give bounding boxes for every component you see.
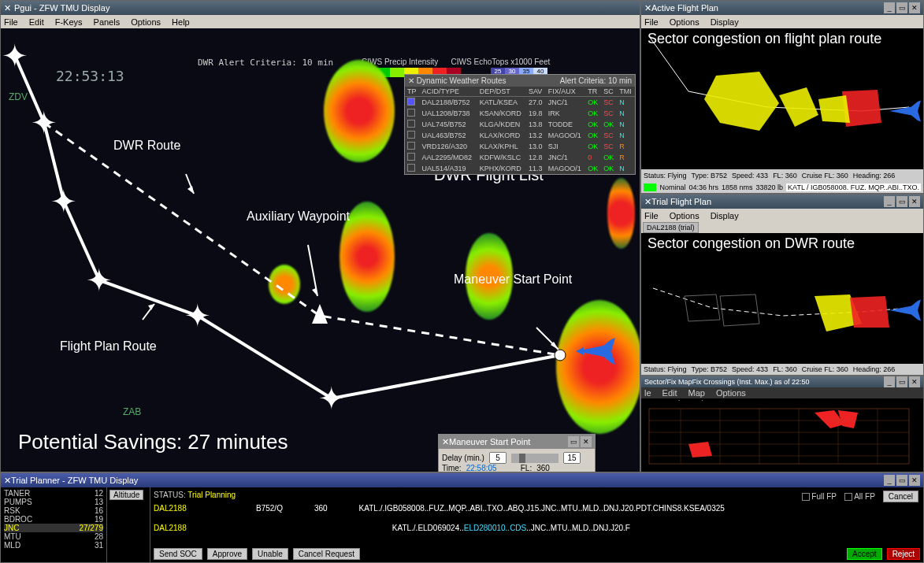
menu-options[interactable]: Options [670,17,699,27]
minimize-icon[interactable]: _ [884,475,895,486]
dwr-row[interactable]: DAL2188/B752KATL/KSEA27.0JNC/1OKSCN [405,97,635,109]
dwr-row[interactable]: UAL514/A319KPHX/KORD11.3MAGOO/1OKOKN [405,163,635,174]
close-icon[interactable]: ✕ [644,197,651,207]
cancel-button[interactable]: Cancel [883,491,918,502]
close-icon[interactable]: ✕ [909,196,920,207]
menu-options[interactable]: Options [716,388,746,398]
afp-overlay-label: Sector congestion on flight plan route [648,31,881,47]
fix-list[interactable]: TANER12PUMPS13RSK16BDROC19JNC27/279MTU28… [1,487,107,562]
menu-edit[interactable]: Edit [29,17,44,27]
menu-file[interactable]: File [644,17,659,27]
shade-icon[interactable]: ▭ [568,436,579,447]
delay-max-input[interactable] [563,452,581,464]
label-msp: Maneuver Start Point [454,272,572,287]
menu-panels[interactable]: Panels [94,17,121,27]
fix-row[interactable]: TANER12 [4,489,103,498]
close-icon[interactable]: ✕ [909,475,920,486]
tfp-map[interactable]: Sector congestion on DWR route [641,233,923,364]
svg-marker-19 [720,294,759,326]
fix-row[interactable]: MTU28 [4,532,103,541]
accept-button[interactable]: Accept [847,548,882,560]
fix-row[interactable]: PUMPS13 [4,498,103,506]
dwr-flight-list-panel[interactable]: ✕ Dynamic Weather Routes Alert Criteria:… [404,74,636,175]
dwr-row[interactable]: AAL2295/MD82KDFW/KSLC12.8JNC/10OKR [405,152,635,163]
menu-display[interactable]: Display [711,211,739,220]
fix-row[interactable]: RSK16 [4,506,103,515]
close-icon[interactable]: ✕ [4,3,11,13]
unable-button[interactable]: Unable [252,548,288,560]
svg-marker-5 [187,186,194,194]
menu-options[interactable]: Options [131,17,161,27]
minimize-icon[interactable]: _ [884,196,895,207]
close-icon[interactable]: ✕ [442,437,449,447]
maximize-icon[interactable]: ▭ [896,2,907,13]
maximize-icon[interactable]: ▭ [896,376,907,387]
approve-button[interactable]: Approve [207,548,247,560]
dwr-row[interactable]: UAL1208/B738KSAN/KORD19.8IRKOKSCN [405,108,635,119]
label-dwr-route: DWR Route [113,139,180,153]
menu-options[interactable]: Options [670,211,699,220]
menu-file[interactable]: File [644,211,659,220]
menu-file[interactable]: File [4,17,18,27]
menu-map[interactable]: Map [688,388,705,398]
tfp-titlebar: ✕ Trial Flight Plan _ ▭ ✕ [641,194,923,209]
altitude-button[interactable]: Altitude [109,490,143,500]
fp-options: Full FP All FP Cancel [802,491,919,502]
svg-marker-12 [779,87,818,127]
route2-hl: ELD280010..CDS [464,524,527,532]
afp-status-row2: Nominal 04:36 hrs 1858 nms 33820 lb KATL… [641,182,923,193]
maximize-icon[interactable]: ▭ [896,475,907,486]
afp-map[interactable]: Sector congestion on flight plan route [641,28,923,168]
tfp-menubar: File Options Display [641,209,923,222]
active-flight-plan-window: ✕ Active Flight Plan _ ▭ ✕ File Options … [640,0,924,194]
send-soc-button[interactable]: Send SOC [154,548,202,560]
maneuver-start-point-dialog[interactable]: ✕ Maneuver Start Point ▭ ✕ Delay (min.) … [438,434,596,472]
menu-fkeys[interactable]: F-Keys [55,17,83,27]
status-value: Trial Planning [187,491,236,499]
fix-row[interactable]: BDROC19 [4,515,103,524]
close-icon[interactable]: ✕ [4,476,11,486]
svg-marker-10 [576,338,615,365]
menu-display[interactable]: Display [711,17,739,27]
sx-menubar: le Edit Map Options [641,387,923,398]
svg-marker-7 [312,288,317,296]
afp-titlebar: ✕ Active Flight Plan _ ▭ ✕ [641,1,923,15]
svg-line-4 [186,174,194,194]
dwr-row[interactable]: UAL463/B752KLAX/KORD13.2MAGOO/1OKSCN [405,130,635,141]
sector-label-zab: ZAB [123,406,141,417]
minimize-icon[interactable]: _ [884,2,895,13]
menu-le[interactable]: le [644,388,651,398]
close-icon[interactable]: ✕ [644,3,651,13]
all-fp-checkbox[interactable] [844,493,852,501]
delay-input[interactable] [489,452,507,464]
reject-button[interactable]: Reject [887,548,920,560]
sector-label-zdv: ZDV [9,91,28,102]
svg-line-8 [143,304,154,320]
full-fp-checkbox[interactable] [802,493,810,501]
close-icon[interactable]: ✕ [909,2,920,13]
close-icon[interactable]: ✕ [909,376,920,387]
afp-title: Active Flight Plan [651,3,882,13]
dwr-row[interactable]: VRD126/A320KLAX/KPHL13.0SJIOKSCR [405,141,635,152]
menu-help[interactable]: Help [172,17,190,27]
route1-alt: 360 [314,504,328,513]
sx-map[interactable] [641,401,923,472]
main-map-area[interactable]: DWR Alert Criteria: 10 min CIWS Precip I… [1,28,640,472]
dwr-row[interactable]: UAL745/B752KLGA/KDEN13.8TODDEOKOKN [405,119,635,130]
cancel-request-button[interactable]: Cancel Request [293,548,360,560]
sx-titlebar: Sector/Fix MapFix Crossings (Inst. Max.)… [641,376,923,387]
fix-row[interactable]: MLD31 [4,541,103,550]
trial-flight-plan-window: ✕ Trial Flight Plan _ ▭ ✕ File Options D… [640,194,924,376]
delay-slider[interactable] [511,454,558,463]
svg-marker-14 [818,95,850,123]
menu-edit[interactable]: Edit [662,388,677,398]
fix-row[interactable]: JNC27/279 [4,524,103,532]
weather-cell [607,178,635,249]
minimize-icon[interactable]: _ [884,376,895,387]
time-value: 22:58:05 [466,464,497,472]
alert-criteria-label: DWR Alert Criteria: 10 min [198,57,333,68]
maximize-icon[interactable]: ▭ [896,196,907,207]
route1-acid: DAL2188 [154,504,225,513]
close-icon[interactable]: ✕ [581,436,592,447]
tfp-tab[interactable]: DAL2188 (trial) [643,222,699,233]
